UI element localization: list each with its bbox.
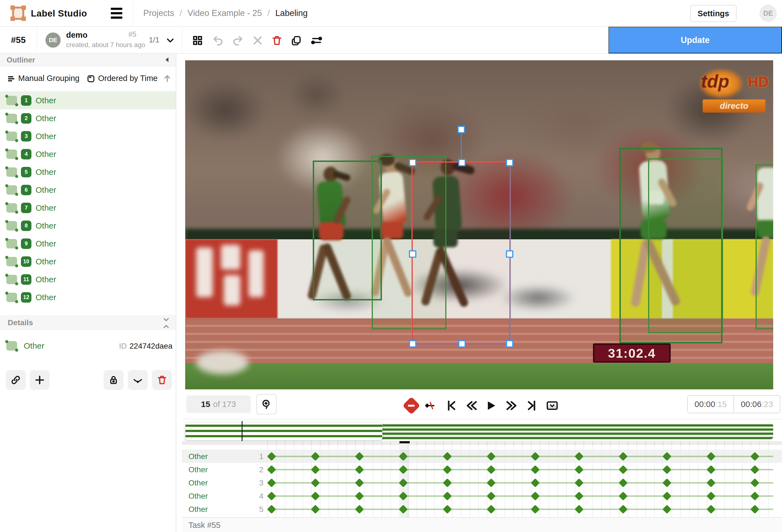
keyframe-diamond[interactable]: [663, 505, 672, 514]
keyframe-diamond[interactable]: [663, 478, 672, 487]
keyframe-diamond[interactable]: [663, 452, 672, 461]
keyframe-diamond[interactable]: [399, 492, 408, 501]
resize-handle-bm[interactable]: [458, 340, 466, 347]
keyframe-diamond[interactable]: [531, 492, 540, 501]
outliner-region-row[interactable]: 6Other: [0, 181, 176, 199]
keyframe-diamond[interactable]: [531, 505, 540, 514]
resize-handle-tl[interactable]: [409, 159, 416, 166]
minimap-viewport[interactable]: [185, 422, 383, 440]
keyframe-diamond[interactable]: [618, 465, 628, 474]
keyframe-diamond[interactable]: [750, 478, 759, 487]
collapse-timeline-button[interactable]: [545, 398, 559, 413]
chevron-down-icon[interactable]: [165, 35, 176, 46]
resize-handle-ml[interactable]: [409, 250, 416, 258]
keyframe-diamond[interactable]: [707, 505, 716, 514]
keyframe-diamond[interactable]: [267, 505, 276, 514]
keyframe-diamond[interactable]: [355, 465, 364, 474]
timeline-row[interactable]: Other2: [182, 463, 782, 476]
outliner-region-row[interactable]: 12Other: [0, 288, 176, 306]
keyframe-diamond[interactable]: [750, 452, 759, 461]
keyframe-diamond[interactable]: [574, 478, 583, 487]
outliner-region-row[interactable]: 10Other: [0, 253, 176, 270]
keyframe-diamond[interactable]: [663, 492, 672, 501]
rotation-handle[interactable]: [457, 126, 465, 133]
keyframe-diamond[interactable]: [574, 505, 583, 514]
keyframe-diamond[interactable]: [399, 465, 408, 474]
keyframe-diamond[interactable]: [267, 452, 276, 461]
lock-region-button[interactable]: [104, 370, 123, 390]
resize-handle-bl[interactable]: [409, 340, 416, 347]
keyframe-diamond[interactable]: [267, 492, 276, 501]
keyframe-diamond[interactable]: [487, 465, 496, 474]
keyframe-diamond[interactable]: [531, 478, 540, 487]
collapse-details-icon[interactable]: [162, 317, 170, 329]
outliner-region-row[interactable]: 11Other: [0, 270, 176, 288]
sort-direction-arrow-icon[interactable]: [163, 74, 172, 83]
settings-sliders-icon[interactable]: [310, 34, 323, 47]
collapse-panel-icon[interactable]: [164, 56, 171, 63]
grouping-mode-button[interactable]: Manual Grouping: [18, 74, 79, 83]
undo-icon[interactable]: [212, 34, 224, 47]
timeline-row[interactable]: Other1: [182, 450, 782, 463]
keyframe-diamond[interactable]: [574, 465, 583, 474]
keyframe-diamond[interactable]: [618, 505, 628, 514]
keyframe-diamond[interactable]: [355, 478, 364, 487]
outliner-region-row[interactable]: 5Other: [0, 163, 176, 181]
delete-region-button[interactable]: [152, 370, 172, 390]
outliner-region-row[interactable]: 7Other: [0, 199, 176, 217]
keyframe-diamond[interactable]: [311, 478, 320, 487]
keyframe-diamond[interactable]: [618, 452, 628, 461]
skip-to-end-button[interactable]: [525, 398, 539, 413]
outliner-region-row[interactable]: 4Other: [0, 145, 176, 163]
update-button[interactable]: Update: [608, 27, 782, 53]
keyframe-diamond[interactable]: [443, 505, 452, 514]
timeline-row[interactable]: Other5: [182, 502, 782, 516]
fast-forward-button[interactable]: [504, 398, 519, 413]
keyframe-diamond[interactable]: [750, 465, 759, 474]
keyframe-diamond[interactable]: [355, 452, 364, 461]
timeline-zoom-button[interactable]: [256, 394, 277, 414]
keyframe-diamond[interactable]: [399, 478, 408, 487]
timeline-row-track[interactable]: [267, 476, 773, 489]
keyframe-diamond[interactable]: [399, 452, 408, 461]
timeline-row[interactable]: Other4: [182, 489, 782, 502]
keyframe-diamond[interactable]: [311, 505, 320, 514]
skip-to-start-button[interactable]: [444, 398, 459, 413]
keyframe-diamond[interactable]: [267, 478, 276, 487]
reset-icon[interactable]: [251, 34, 264, 47]
keyframe-diamond[interactable]: [311, 452, 320, 461]
outliner-region-row[interactable]: 3Other: [0, 127, 176, 145]
keyframe-diamond[interactable]: [267, 465, 276, 474]
resize-handle-mr[interactable]: [506, 250, 513, 258]
keyframe-interpolation-toggle[interactable]: [423, 398, 437, 413]
keyframe-diamond[interactable]: [443, 478, 452, 487]
timeline-row[interactable]: Other3: [182, 476, 782, 489]
duplicate-icon[interactable]: [290, 34, 303, 47]
add-relation-button[interactable]: [30, 370, 49, 390]
breadcrumb-projects[interactable]: Projects: [143, 8, 174, 18]
keyframe-diamond[interactable]: [750, 492, 759, 501]
redo-icon[interactable]: [232, 34, 244, 47]
delete-annotation-icon[interactable]: [271, 34, 283, 47]
rewind-button[interactable]: [465, 398, 479, 413]
keyframe-diamond[interactable]: [355, 492, 364, 501]
keyframe-diamond[interactable]: [618, 478, 628, 487]
timeline-row-track[interactable]: [267, 489, 773, 502]
hide-region-button[interactable]: [128, 370, 148, 390]
keyframe-remove-button[interactable]: [402, 396, 420, 414]
keyframe-diamond[interactable]: [311, 465, 320, 474]
keyframe-diamond[interactable]: [707, 452, 716, 461]
user-avatar[interactable]: DE: [759, 5, 777, 22]
view-all-grid-icon[interactable]: [191, 34, 204, 47]
timeline-row-track[interactable]: [267, 502, 773, 516]
keyframe-diamond[interactable]: [487, 478, 496, 487]
settings-button[interactable]: Settings: [690, 5, 737, 22]
keyframe-diamond[interactable]: [443, 452, 452, 461]
ordering-mode-button[interactable]: Ordered by Time: [98, 74, 157, 83]
keyframe-diamond[interactable]: [531, 465, 540, 474]
keyframe-diamond[interactable]: [618, 492, 628, 501]
keyframe-diamond[interactable]: [487, 505, 496, 514]
selected-bbox-region[interactable]: [412, 162, 510, 344]
outliner-region-row[interactable]: 1Other: [0, 91, 176, 109]
keyframe-diamond[interactable]: [750, 505, 759, 514]
